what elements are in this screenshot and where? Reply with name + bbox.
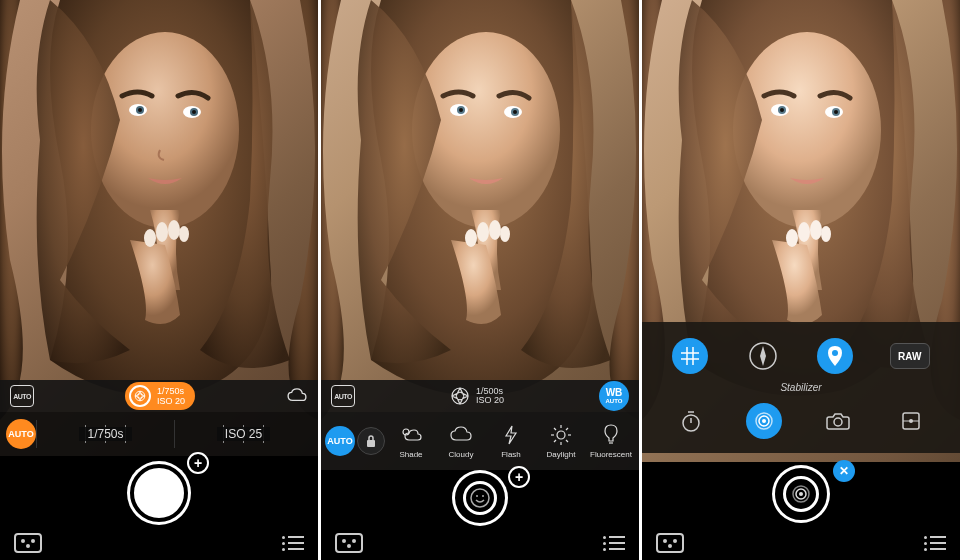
iso-value: ISO 20 <box>476 396 504 405</box>
svg-point-46 <box>352 539 356 543</box>
stabilizer-toggle[interactable] <box>746 403 782 439</box>
mode-badge[interactable]: AUTO <box>331 385 355 407</box>
aperture-icon <box>129 385 151 407</box>
menu-icon[interactable] <box>924 536 946 551</box>
svg-point-53 <box>834 110 838 114</box>
level-toggle[interactable] <box>893 403 929 439</box>
svg-point-54 <box>786 229 798 247</box>
svg-point-30 <box>557 431 565 439</box>
exposure-pill[interactable]: 1/750s ISO 20 <box>125 382 195 410</box>
svg-point-3 <box>138 108 142 112</box>
wb-option-daylight[interactable]: Daylight <box>537 423 585 459</box>
wb-option-cloudy[interactable]: Cloudy <box>437 423 485 459</box>
svg-point-27 <box>452 388 468 404</box>
wb-button[interactable]: WB AUTO <box>599 381 629 411</box>
svg-point-75 <box>796 489 806 499</box>
svg-point-14 <box>26 544 30 548</box>
auto-button[interactable]: AUTO <box>6 419 36 449</box>
add-button[interactable]: + <box>187 452 209 474</box>
svg-point-25 <box>489 220 501 240</box>
camera-screen-wb: AUTO 1/500s ISO 20 WB AUTO AUTO <box>321 0 639 560</box>
bolt-icon <box>499 423 523 447</box>
cloud-icon[interactable] <box>286 388 308 404</box>
svg-point-7 <box>144 229 156 247</box>
svg-point-6 <box>192 110 196 114</box>
svg-point-57 <box>821 226 831 242</box>
svg-point-26 <box>500 226 510 242</box>
cloud-icon <box>449 423 473 447</box>
settings-sheet: RAW Stabilizer <box>642 322 960 453</box>
shutter-value: 1/750s <box>157 387 185 396</box>
wb-option-flash[interactable]: Flash <box>487 423 535 459</box>
raw-toggle[interactable]: RAW <box>890 343 930 369</box>
svg-line-38 <box>554 440 556 442</box>
svg-point-50 <box>780 108 784 112</box>
setting-label: Stabilizer <box>654 380 948 397</box>
svg-point-45 <box>347 544 351 548</box>
svg-point-8 <box>156 222 168 242</box>
auto-button[interactable]: AUTO <box>325 426 355 456</box>
camera-screen-settings: RAW Stabilizer ✕ <box>642 0 960 560</box>
svg-point-15 <box>31 539 35 543</box>
svg-point-11 <box>135 391 145 401</box>
add-button[interactable]: + <box>508 466 530 488</box>
svg-rect-77 <box>657 534 683 552</box>
svg-rect-43 <box>336 534 362 552</box>
svg-point-76 <box>793 486 809 502</box>
shutter-dial[interactable]: 1/750s <box>37 412 174 456</box>
compass-toggle[interactable] <box>745 338 781 374</box>
svg-point-80 <box>673 539 677 543</box>
location-toggle[interactable] <box>817 338 853 374</box>
wb-option-shade[interactable]: Shade <box>387 423 435 459</box>
timer-toggle[interactable] <box>673 403 709 439</box>
svg-point-24 <box>477 222 489 242</box>
gallery-icon[interactable] <box>335 531 363 555</box>
svg-point-67 <box>762 419 766 423</box>
svg-point-78 <box>663 539 667 543</box>
bulb-icon <box>599 423 623 447</box>
svg-point-44 <box>342 539 346 543</box>
svg-rect-12 <box>15 534 41 552</box>
lock-button[interactable] <box>357 427 385 455</box>
svg-point-79 <box>668 544 672 548</box>
stabilizer-icon <box>779 472 823 516</box>
gallery-icon[interactable] <box>14 531 42 555</box>
svg-point-73 <box>909 419 913 423</box>
svg-rect-28 <box>367 440 375 447</box>
svg-point-42 <box>482 495 484 497</box>
grid-toggle[interactable] <box>672 338 708 374</box>
svg-point-9 <box>168 220 180 240</box>
svg-point-56 <box>810 220 822 240</box>
svg-line-37 <box>566 428 568 430</box>
camera-switch[interactable] <box>820 403 856 439</box>
svg-point-74 <box>799 492 803 496</box>
smiley-icon <box>459 477 501 519</box>
camera-screen-auto: AUTO 1/750s ISO 20 AUTO 1/750s <box>0 0 318 560</box>
aperture-icon <box>450 386 470 406</box>
svg-point-63 <box>832 350 838 356</box>
wb-option-fluorescent[interactable]: Fluorescent <box>587 423 635 459</box>
shutter-button[interactable] <box>130 464 188 522</box>
gallery-icon[interactable] <box>656 531 684 555</box>
shutter-button[interactable] <box>455 473 505 523</box>
svg-point-19 <box>459 108 463 112</box>
svg-point-55 <box>798 222 810 242</box>
menu-icon[interactable] <box>603 536 625 551</box>
iso-value: ISO 20 <box>157 397 185 406</box>
shutter-button[interactable] <box>775 468 827 520</box>
menu-icon[interactable] <box>282 536 304 551</box>
exposure-pill[interactable]: 1/500s ISO 20 <box>450 386 504 406</box>
sun-icon <box>549 423 573 447</box>
svg-point-41 <box>476 495 478 497</box>
mode-badge[interactable]: AUTO <box>10 385 34 407</box>
svg-point-70 <box>834 418 842 426</box>
cloud-sun-icon <box>399 423 423 447</box>
svg-line-36 <box>566 440 568 442</box>
svg-point-13 <box>21 539 25 543</box>
iso-dial[interactable]: ISO 25 <box>175 412 312 456</box>
svg-point-22 <box>513 110 517 114</box>
svg-point-40 <box>471 489 489 507</box>
close-button[interactable]: ✕ <box>833 460 855 482</box>
svg-point-23 <box>465 229 477 247</box>
svg-line-35 <box>554 428 556 430</box>
